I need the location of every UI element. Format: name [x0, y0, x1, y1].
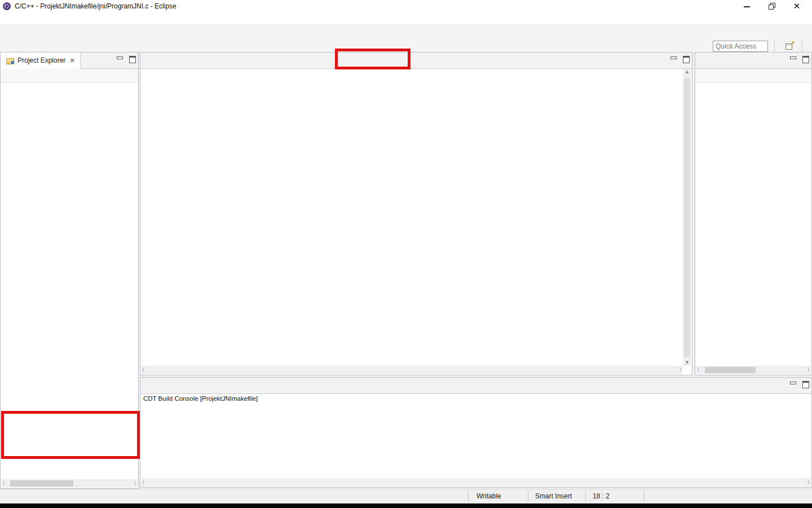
open-perspective-button[interactable] [781, 40, 798, 53]
scroll-left-icon[interactable]: 〈 [3, 480, 5, 487]
window-title: C/C++ - ProjektJNImakefile/jni/ProgramJN… [15, 2, 176, 10]
outline-toolbar [695, 69, 811, 83]
main-toolbar [0, 24, 812, 38]
separator [774, 40, 775, 52]
explorer-hscrollbar[interactable]: 〈 〉 [1, 479, 138, 488]
status-divider [644, 491, 645, 502]
scroll-right-icon[interactable]: 〉 [134, 480, 136, 487]
menu-bar [0, 12, 812, 24]
scroll-left-icon[interactable]: 〈 [143, 479, 144, 485]
status-cursor-position: 18 : 2 [593, 492, 610, 500]
scroll-right-icon[interactable]: 〉 [807, 479, 809, 485]
status-writable: Writable [476, 492, 501, 500]
console-tabrow [140, 378, 811, 394]
console-panel: CDT Build Console [ProjektJNImakefile] 〈… [140, 377, 812, 488]
tab-project-explorer[interactable]: Project Explorer ✕ [1, 52, 81, 69]
outline-tree [696, 82, 802, 366]
close-view-icon[interactable]: ✕ [69, 57, 74, 64]
maximize-view-icon[interactable] [802, 380, 809, 388]
editor-minmax [669, 55, 690, 63]
project-explorer-icon [6, 56, 15, 65]
eclipse-logo-icon [3, 2, 11, 10]
project-explorer-panel: Project Explorer ✕ 〈 〉 [0, 52, 139, 489]
minimize-view-icon[interactable] [116, 55, 123, 63]
editor-panel: ▲ ▼ 〈 〉 [140, 52, 692, 375]
status-divider [585, 491, 586, 502]
minimize-editor-icon[interactable] [669, 55, 677, 63]
code-editor[interactable] [141, 69, 683, 366]
maximize-view-icon[interactable] [802, 55, 809, 63]
scroll-left-icon[interactable]: 〈 [698, 367, 699, 373]
editor-vscrollbar[interactable]: ▲ ▼ [683, 69, 691, 366]
maximize-editor-icon[interactable] [682, 55, 690, 63]
eclipse-window: C/C++ - ProjektJNImakefile/jni/ProgramJN… [0, 0, 812, 508]
project-explorer-title: Project Explorer [17, 56, 65, 64]
scrollbar-thumb[interactable] [684, 78, 690, 357]
outline-tabrow [695, 52, 811, 69]
view-minmax [789, 380, 809, 388]
scroll-right-icon[interactable]: 〉 [679, 367, 681, 373]
minimize-view-icon[interactable] [789, 55, 796, 63]
scroll-up-icon[interactable]: ▲ [683, 69, 691, 75]
scrollbar-thumb[interactable] [10, 480, 73, 487]
outline-panel: 〈 〉 [695, 52, 812, 375]
quick-access-input[interactable] [713, 41, 768, 52]
window-controls: ✕ [743, 2, 812, 10]
console-hscrollbar[interactable]: 〈 〉 [141, 478, 811, 487]
scroll-right-icon[interactable]: 〉 [807, 367, 809, 373]
console-header: CDT Build Console [ProjektJNImakefile] [140, 394, 811, 406]
status-insert-mode: Smart Insert [535, 492, 572, 500]
status-bar: Writable Smart Insert 18 : 2 [0, 489, 812, 504]
scroll-down-icon[interactable]: ▼ [683, 360, 691, 365]
outline-hscrollbar[interactable]: 〈 〉 [696, 366, 811, 374]
project-explorer-toolbar [1, 69, 138, 83]
view-minmax [116, 55, 136, 63]
title-bar: C/C++ - ProjektJNImakefile/jni/ProgramJN… [0, 0, 812, 12]
open-perspective-icon [785, 42, 794, 51]
scrollbar-thumb[interactable] [705, 367, 756, 373]
maximize-view-icon[interactable] [129, 55, 136, 63]
minimize-window-icon[interactable] [743, 2, 751, 10]
editor-hscrollbar[interactable]: 〈 〉 [141, 366, 683, 374]
restore-window-icon[interactable] [768, 2, 776, 10]
project-explorer-tabrow: Project Explorer ✕ [1, 52, 138, 69]
minimize-view-icon[interactable] [789, 380, 796, 388]
view-minmax [789, 55, 809, 63]
status-divider [468, 491, 469, 502]
status-divider [528, 491, 528, 502]
editor-tabrow [140, 52, 692, 69]
close-window-icon[interactable]: ✕ [793, 2, 801, 10]
bottom-black-strip [0, 503, 812, 508]
scroll-left-icon[interactable]: 〈 [143, 367, 144, 373]
project-explorer-tree [1, 82, 138, 479]
separator [802, 40, 802, 52]
console-output [141, 405, 811, 478]
